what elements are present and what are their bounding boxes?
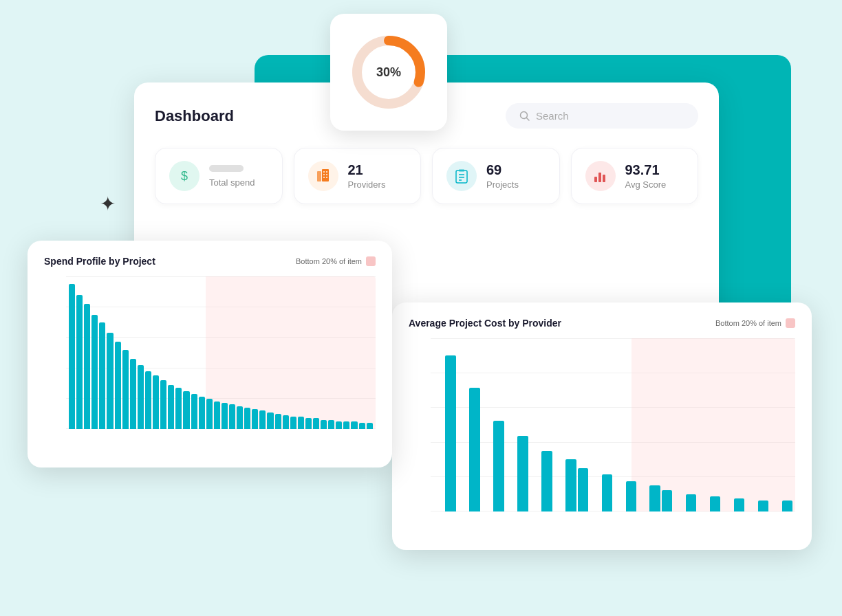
bar [305,418,312,429]
search-placeholder: Search [536,110,569,122]
bar [336,421,342,429]
bar [493,421,504,512]
bar [343,421,349,429]
stat-info-avg-score: 93.71 Avg Score [625,162,667,190]
stat-value-projects: 69 [486,162,519,178]
chart-card-avg-cost: Average Project Cost by Provider Bottom … [392,302,812,550]
bar [84,304,90,429]
bar [191,394,197,429]
stat-value-avg-score: 93.71 [625,162,667,178]
bar [229,404,235,429]
stat-icon-providers [308,161,338,191]
legend-dot-2 [786,318,795,328]
x-axis-2 [431,512,795,525]
donut-label: 30% [376,65,401,80]
chart-plot-2 [431,338,795,512]
bar [469,388,479,512]
svg-rect-6 [323,171,325,173]
bar [662,490,672,512]
chart-body-1 [44,276,376,443]
bar [145,371,151,429]
stat-card-total-spend[interactable]: $ Total spend [155,148,283,204]
bar-chart-icon [593,168,608,184]
bar [153,375,159,429]
stat-card-projects[interactable]: 69 Projects [432,148,560,204]
svg-rect-13 [459,169,464,172]
bars-container-2 [431,338,795,512]
stats-row: $ Total spend 21 [155,148,698,204]
stat-icon-projects [446,161,477,191]
bar [160,380,166,429]
bar [99,322,105,429]
chart-header-1: Spend Profile by Project Bottom 20% of i… [44,256,376,267]
bar [130,359,136,429]
bar [367,423,373,429]
bar [267,412,273,429]
bar [222,403,228,429]
bar [313,418,319,429]
bar [445,355,455,512]
bar [175,388,182,429]
stat-value-loading-spend [209,165,244,172]
svg-rect-4 [317,171,321,182]
stat-info-projects: 69 Projects [486,162,519,190]
bar [686,494,696,512]
stat-label-spend: Total spend [209,177,255,188]
bar [517,436,528,512]
chart-title-1: Spend Profile by Project [44,256,155,267]
stat-card-providers[interactable]: 21 Providers [294,148,422,204]
svg-rect-12 [456,170,467,183]
clipboard-icon [454,168,469,184]
bar [199,397,205,429]
svg-rect-5 [322,169,329,182]
bar [710,496,720,512]
donut-card: 30% [330,14,447,131]
bar [328,420,334,429]
bar [275,414,281,429]
bar [252,409,258,429]
legend-dot-1 [366,256,376,266]
stat-label-projects: Projects [486,179,519,190]
bar [541,451,552,512]
stat-value-providers: 21 [348,162,386,178]
y-axis-1 [44,276,63,429]
donut-chart: 30% [347,31,430,113]
bar [214,402,220,429]
bar [76,295,83,429]
bar [782,500,792,512]
bar [758,500,768,512]
stat-card-avg-score[interactable]: 93.71 Avg Score [571,148,699,204]
stat-icon-avg-score [585,161,616,191]
bar [122,350,129,429]
chart-legend-2: Bottom 20% of item [715,318,795,328]
svg-rect-18 [598,173,601,182]
svg-rect-7 [326,171,327,173]
chart-body-2 [409,338,795,525]
svg-rect-11 [326,177,327,178]
bar [107,333,113,429]
bar [259,410,266,429]
search-bar[interactable]: Search [506,103,698,129]
bar [138,365,144,429]
stat-info-providers: 21 Providers [348,162,386,190]
bar [244,408,250,429]
bar [115,342,121,429]
spark-decoration: ✦ [100,192,116,215]
svg-rect-17 [594,177,597,182]
stat-label-avg-score: Avg Score [625,179,667,190]
svg-line-3 [527,118,530,120]
bar [351,421,357,429]
chart-legend-1: Bottom 20% of item [296,256,376,266]
bar [602,474,612,512]
svg-rect-9 [326,174,327,175]
chart-plot-1 [66,276,376,429]
bar [168,385,174,429]
bar [734,498,744,512]
search-icon [519,111,530,122]
bar [578,468,588,512]
legend-label-2: Bottom 20% of item [715,319,781,327]
bar [183,391,189,430]
legend-label-1: Bottom 20% of item [296,257,362,265]
bar [565,459,576,512]
bar [237,406,243,429]
